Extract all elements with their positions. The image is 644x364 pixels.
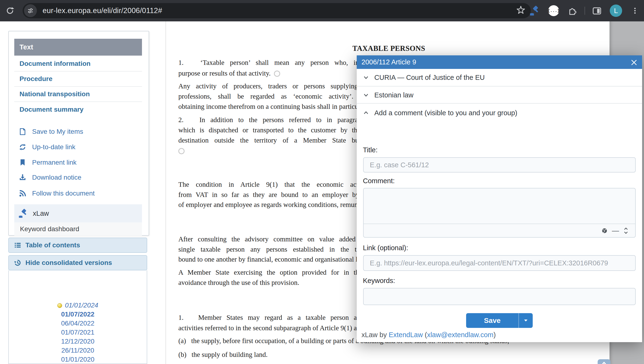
hide-consolidated-versions-label: Hide consolidated versions (26, 259, 112, 266)
save-button[interactable]: Save (466, 313, 518, 328)
section-add-comment[interactable]: Add a comment (visible to you and your g… (357, 104, 642, 122)
popup-title: 2006/112 Article 9 (362, 58, 416, 66)
comment-title-input[interactable] (363, 157, 636, 172)
version-date-link[interactable]: 01/07/2022 (9, 310, 147, 319)
version-date-link[interactable]: 12/12/2020 (9, 337, 147, 346)
bookmark-icon (18, 158, 27, 166)
follow-document-link[interactable]: Follow this document (18, 188, 142, 199)
chevron-up-icon (600, 361, 608, 364)
keywords-input[interactable] (363, 288, 636, 305)
download-icon (18, 174, 27, 182)
caret-down-icon (524, 319, 528, 322)
hide-consolidated-versions-button[interactable]: Hide consolidated versions (8, 255, 147, 270)
version-date-link[interactable]: 01/01/2020 (9, 355, 147, 364)
star-icon (516, 6, 526, 15)
browser-toolbar: eur-lex.europa.eu/eli/dir/2006/0112# {..… (0, 0, 644, 22)
extendlaw-email-link[interactable]: xlaw@extendlaw.com (427, 331, 493, 338)
permanent-link-label: Permanent link (32, 159, 77, 166)
save-to-my-items-link[interactable]: Save to My items (18, 126, 142, 137)
address-bar[interactable]: eur-lex.europa.eu/eli/dir/2006/0112# (23, 3, 531, 18)
keywords-label: Keywords: (363, 277, 395, 285)
close-icon (630, 59, 638, 66)
file-icon (18, 128, 27, 136)
sidebar-item-text[interactable]: Text (14, 39, 142, 56)
title-label: Title: (363, 146, 378, 154)
avatar: L (610, 4, 622, 17)
toolbar-right: {...} L (525, 0, 644, 22)
version-date-link[interactable]: 06/04/2022 (9, 319, 147, 328)
save-split-button: Save (466, 313, 533, 328)
popup-footer: xLaw by ExtendLaw (xlaw@extendlaw.com) (362, 331, 496, 339)
sidebar-item-procedure[interactable]: Procedure (14, 72, 142, 87)
sidebar-item-national-transposition[interactable]: National transposition (14, 87, 142, 102)
section-curia-label: CURIA — Court of Justice of the EU (374, 74, 485, 82)
up-to-date-link-label: Up-to-date link (32, 143, 75, 151)
puzzle-icon (568, 6, 578, 16)
gavel-icon (18, 208, 29, 218)
comment-box: — (363, 188, 636, 238)
toolbar-divider (584, 7, 585, 15)
chevron-up-icon (363, 109, 370, 116)
section-add-comment-label: Add a comment (visible to you and your g… (374, 109, 517, 117)
rss-icon (18, 189, 27, 198)
xlaw-extension-button[interactable] (527, 3, 542, 18)
side-panel-icon (592, 6, 602, 16)
extensions-button[interactable] (565, 3, 580, 18)
comment-link-input[interactable] (363, 255, 636, 271)
eur-lex-page: eur-lex.europa.eu/eli/dir/2006/0112# {..… (0, 0, 644, 364)
comment-label: Comment: (363, 177, 395, 185)
globe-icon[interactable] (601, 228, 608, 234)
table-of-contents-label: Table of contents (26, 242, 80, 249)
resize-arrows-icon[interactable] (623, 227, 628, 234)
annotation-circle[interactable] (274, 70, 280, 77)
comment-textarea[interactable] (364, 188, 635, 224)
permanent-link[interactable]: Permanent link (18, 157, 142, 168)
chevron-down-icon (363, 74, 370, 81)
chevron-down-icon (363, 92, 370, 98)
annotation-circle[interactable] (178, 148, 185, 154)
close-button[interactable] (629, 57, 639, 68)
reload-button[interactable] (3, 4, 17, 17)
kebab-menu-icon (631, 7, 639, 15)
follow-document-label: Follow this document (32, 190, 95, 197)
tune-icon (27, 7, 34, 14)
dash-icon: — (612, 227, 619, 235)
version-date-link[interactable]: 26/11/2020 (9, 346, 147, 355)
version-date-link[interactable]: 01/01/2024 (9, 301, 147, 310)
doc-line: (b) the supply of building land. (178, 350, 599, 359)
url-text[interactable]: eur-lex.europa.eu/eli/dir/2006/0112# (43, 6, 516, 15)
side-panel-button[interactable] (589, 3, 604, 18)
save-to-my-items-label: Save to My items (32, 128, 83, 136)
version-date-link[interactable]: 01/07/2021 (9, 328, 147, 337)
browser-menu-button[interactable] (627, 3, 642, 18)
download-notice-link[interactable]: Download notice (18, 172, 142, 183)
up-to-date-link[interactable]: Up-to-date link (18, 142, 142, 152)
back-to-top-button[interactable] (598, 359, 610, 364)
section-curia[interactable]: CURIA — Court of Justice of the EU (357, 69, 642, 86)
save-options-button[interactable] (518, 313, 533, 328)
extendlaw-link[interactable]: ExtendLaw (389, 331, 423, 338)
sidebar-item-keyword-dashboard[interactable]: Keyword dashboard (14, 222, 142, 236)
consolidated-versions-list: 01/01/2024 01/07/2022 06/04/2022 01/07/2… (8, 270, 147, 364)
table-of-contents-button[interactable]: Table of contents (8, 238, 147, 253)
extension-badge-button[interactable]: {...} (546, 3, 561, 18)
history-icon (14, 259, 22, 267)
popup-header: 2006/112 Article 9 (357, 55, 642, 69)
link-label: Link (optional): (363, 244, 408, 252)
sidebar-item-document-information[interactable]: Document information (14, 56, 142, 72)
bookmark-star-button[interactable] (516, 6, 526, 16)
sidebar-item-xlaw[interactable]: xLaw (14, 204, 142, 222)
comment-toolbar: — (364, 224, 635, 237)
download-notice-label: Download notice (32, 174, 81, 181)
reload-icon (6, 6, 15, 15)
current-version-dot-icon (57, 303, 62, 308)
sidebar: Text Document information Procedure Nati… (8, 31, 149, 236)
document-left-border (166, 22, 166, 364)
site-settings-button[interactable] (24, 4, 37, 17)
section-estonian-law[interactable]: Estonian law (357, 87, 642, 104)
refresh-icon (18, 143, 27, 151)
profile-button[interactable]: L (608, 3, 623, 18)
braces-badge-icon: {...} (548, 5, 559, 16)
document-section-heading: TAXABLE PERSONS (178, 44, 599, 53)
sidebar-item-document-summary[interactable]: Document summary (14, 102, 142, 117)
